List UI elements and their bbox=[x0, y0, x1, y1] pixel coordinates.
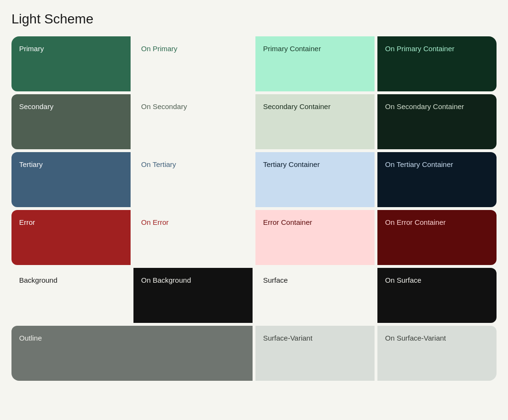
error-container-cell: Error Container bbox=[255, 210, 375, 265]
outline-cell: Outline bbox=[11, 326, 253, 381]
error-cell: Error bbox=[11, 210, 131, 265]
on-tertiary-cell: On Tertiary bbox=[133, 152, 253, 207]
page-title: Light Scheme bbox=[11, 11, 497, 27]
primary-cell: Primary bbox=[11, 36, 131, 91]
primary-container-cell: Primary Container bbox=[255, 36, 375, 91]
background-cell: Background bbox=[11, 268, 131, 323]
on-surface-variant-cell: On Surface-Variant bbox=[377, 326, 497, 381]
surface-cell: Surface bbox=[255, 268, 375, 323]
on-background-cell: On Background bbox=[133, 268, 253, 323]
tertiary-container-cell: Tertiary Container bbox=[255, 152, 375, 207]
on-surface-cell: On Surface bbox=[377, 268, 497, 323]
secondary-container-cell: Secondary Container bbox=[255, 94, 375, 149]
secondary-cell: Secondary bbox=[11, 94, 131, 149]
on-primary-cell: On Primary bbox=[133, 36, 253, 91]
on-secondary-cell: On Secondary bbox=[133, 94, 253, 149]
color-grid: Primary On Primary Primary Container On … bbox=[11, 36, 497, 381]
tertiary-cell: Tertiary bbox=[11, 152, 131, 207]
on-secondary-container-cell: On Secondary Container bbox=[377, 94, 497, 149]
on-primary-container-cell: On Primary Container bbox=[377, 36, 497, 91]
surface-variant-cell: Surface-Variant bbox=[255, 326, 375, 381]
on-error-container-cell: On Error Container bbox=[377, 210, 497, 265]
on-error-cell: On Error bbox=[133, 210, 253, 265]
on-tertiary-container-cell: On Tertiary Container bbox=[377, 152, 497, 207]
